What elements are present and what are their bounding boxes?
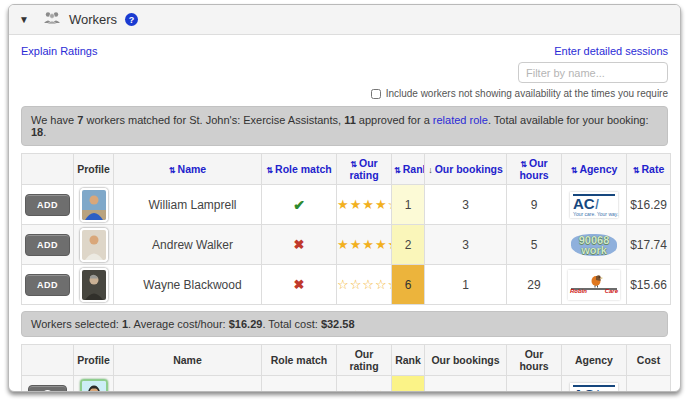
availability-checkbox-row: Include workers not showing availability… [371, 88, 668, 99]
sort-icon: ⇅ [520, 160, 527, 169]
selected-workers-table: Profile Name Role match Our rating Rank … [21, 344, 671, 392]
worker-name: Wayne Blackwood [114, 265, 262, 305]
worker-row: ADD William Lamprell ✔ ★★★★☆ 1 3 9 ACI [22, 185, 671, 225]
rating-stars[interactable]: ☆☆☆☆☆ [337, 277, 392, 292]
header-name[interactable]: ⇅Name [114, 154, 262, 185]
rank-cell: 3 [392, 376, 425, 393]
header-agency[interactable]: ⇅Agency [562, 154, 627, 185]
header-agency: Agency [562, 345, 627, 376]
aci-agency-logo: ACI Your care. Your way. [570, 192, 618, 218]
aci-agency-logo: ACI Your care. Your way. [570, 383, 618, 393]
rate-cell: $15.66 [627, 265, 671, 305]
bookings-cell: 0 [425, 376, 507, 393]
header-cost: Cost [627, 345, 671, 376]
rating-stars[interactable]: ★★★★★ [337, 237, 392, 252]
header-our-bookings[interactable]: ↓Our bookings [425, 154, 507, 185]
remove-worker-button[interactable] [28, 385, 67, 392]
explain-ratings-link[interactable]: Explain Ratings [21, 45, 97, 57]
hours-cell: 9 [507, 185, 562, 225]
cost-cell: $32.58 [627, 376, 671, 393]
sorted-desc-icon: ↓ [428, 165, 433, 175]
related-role-link[interactable]: related role [433, 114, 488, 126]
header-our-rating: Our rating [337, 345, 392, 376]
worker-avatar [80, 268, 108, 302]
header-rank: Rank [392, 345, 425, 376]
worker-avatar [80, 228, 108, 262]
role-match-cross-icon: ✖ [294, 277, 305, 292]
agency-cell: 90068 work [562, 225, 627, 265]
available-workers-table: Profile ⇅Name ⇅Role match ⇅Our rating ⇅R… [21, 153, 671, 305]
rate-cell: $17.74 [627, 225, 671, 265]
sort-icon: ⇅ [169, 166, 176, 175]
role-match-check-icon: ✔ [293, 388, 305, 393]
sort-icon: ⇅ [571, 166, 578, 175]
hours-cell: 0 [507, 376, 562, 393]
worker-row: ADD Andrew Walker ✖ ★★★★★ 2 3 5 90068 wo… [22, 225, 671, 265]
selected-text: . Average cost/hour: [128, 318, 226, 330]
hours-cell: 5 [507, 225, 562, 265]
worker-row: ADD Wayne Blackwood ✖ ☆☆☆☆☆ 6 1 29 [22, 265, 671, 305]
header-role-match[interactable]: ⇅Role match [262, 154, 337, 185]
header-our-rating[interactable]: ⇅Our rating [337, 154, 392, 185]
workers-group-icon [43, 11, 61, 29]
summary-text: . [43, 126, 46, 138]
panel-title: Workers [69, 12, 117, 27]
sort-icon: ⇅ [266, 166, 273, 175]
worker-avatar [80, 379, 108, 393]
summary-text: We have [31, 114, 74, 126]
agency-cell: RobinCare [562, 265, 627, 305]
header-action [22, 154, 74, 185]
sort-icon: ⇅ [633, 166, 640, 175]
bookings-cell: 1 [425, 265, 507, 305]
matched-count: 7 [77, 114, 83, 126]
sort-icon: ⇅ [350, 160, 357, 169]
rating-stars[interactable]: ★☆☆☆☆ [337, 388, 392, 392]
rank-cell: 6 [392, 265, 425, 305]
header-our-bookings: Our bookings [425, 345, 507, 376]
sort-icon: ⇅ [394, 166, 401, 175]
header-role-match: Role match [262, 345, 337, 376]
header-rank[interactable]: ⇅Rank [392, 154, 425, 185]
header-our-hours[interactable]: ⇅Our hours [507, 154, 562, 185]
rate-cell: $16.29 [627, 185, 671, 225]
selected-summary-bar: Workers selected: 1. Average cost/hour: … [21, 311, 668, 337]
total-cost: $32.58 [321, 318, 355, 330]
rank-cell: 2 [392, 225, 425, 265]
enter-detailed-sessions-link[interactable]: Enter detailed sessions [554, 45, 668, 57]
panel-header: ▼ Workers ? [9, 5, 680, 35]
rank-cell: 1 [392, 185, 425, 225]
worker-name: Andrew Walker [114, 225, 262, 265]
add-worker-button[interactable]: ADD [25, 234, 70, 256]
header-our-hours: Our hours [507, 345, 562, 376]
header-profile: Profile [74, 345, 114, 376]
circle-minus-icon [42, 390, 53, 392]
selected-text: . Total cost: [262, 318, 317, 330]
header-rate[interactable]: ⇅Rate [627, 154, 671, 185]
add-worker-button[interactable]: ADD [25, 194, 70, 216]
rating-stars[interactable]: ★★★★☆ [337, 197, 392, 212]
match-summary-bar: We have 7 workers matched for St. John's… [21, 106, 668, 146]
header-action [22, 345, 74, 376]
robin-care-agency-logo: RobinCare [568, 270, 620, 300]
agency-cell: ACI Your care. Your way. [562, 185, 627, 225]
hours-cell: 29 [507, 265, 562, 305]
total-available-count: 18 [31, 126, 43, 138]
summary-text: . Total available for your booking: [488, 114, 649, 126]
profile-photo-cell [74, 185, 114, 225]
collapse-caret-icon[interactable]: ▼ [19, 14, 29, 25]
add-worker-button[interactable]: ADD [25, 274, 70, 296]
worker-avatar [80, 188, 108, 222]
filter-by-name-input[interactable] [518, 62, 668, 83]
profile-photo-cell [74, 376, 114, 393]
availability-label: Include workers not showing availability… [386, 88, 668, 99]
90068-work-agency-logo: 90068 work [571, 234, 617, 256]
approved-count: 11 [344, 114, 356, 126]
worker-name: William Lamprell [114, 185, 262, 225]
agency-cell: ACI Your care. Your way. [562, 376, 627, 393]
help-icon[interactable]: ? [125, 13, 138, 26]
selected-text: Workers selected: [31, 318, 119, 330]
summary-text: approved for a [359, 114, 430, 126]
summary-text: workers matched for St. John's: Exercise… [86, 114, 341, 126]
availability-checkbox[interactable] [371, 89, 381, 99]
bookings-cell: 3 [425, 225, 507, 265]
